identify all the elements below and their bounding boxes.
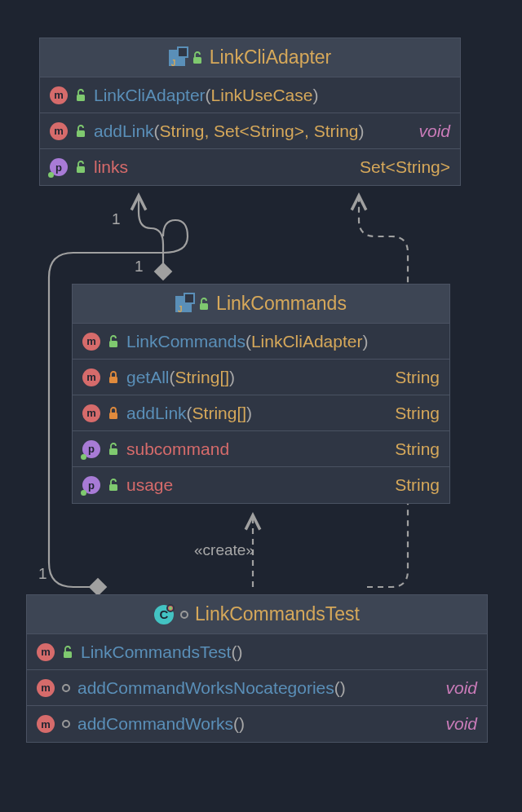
lock-icon bbox=[108, 371, 119, 384]
svg-rect-10 bbox=[64, 651, 72, 658]
lock-icon bbox=[108, 407, 119, 420]
unlock-icon bbox=[62, 646, 73, 659]
multiplicity-label: 1 bbox=[112, 210, 121, 228]
svg-rect-0 bbox=[193, 57, 201, 64]
ring-icon bbox=[62, 684, 70, 692]
method-badge: m bbox=[37, 715, 55, 733]
method-badge: m bbox=[82, 404, 100, 422]
method-badge: m bbox=[37, 643, 55, 661]
member-signature: addCommandWorks() bbox=[77, 714, 245, 734]
return-type: String bbox=[395, 404, 440, 423]
method-badge: m bbox=[50, 122, 68, 140]
member-row: p subcommand String bbox=[73, 431, 449, 467]
property-badge: p bbox=[50, 158, 68, 176]
property-type: String bbox=[395, 439, 440, 459]
svg-rect-7 bbox=[109, 413, 117, 419]
unlock-icon bbox=[75, 89, 86, 102]
class-badge: C bbox=[154, 605, 174, 624]
property-name: usage bbox=[126, 475, 173, 495]
property-badge: p bbox=[82, 476, 100, 494]
java-file-icon bbox=[175, 296, 192, 312]
unlock-icon bbox=[75, 161, 86, 174]
member-row: m getAll(String[]) String bbox=[73, 360, 449, 395]
member-signature: LinkCommands(LinkCliAdapter) bbox=[126, 332, 368, 351]
method-badge: m bbox=[37, 679, 55, 697]
member-row: m LinkCliAdapter(LinkUseCase) bbox=[40, 77, 460, 113]
test-target-icon bbox=[166, 604, 175, 612]
composition-diamond-bottom bbox=[89, 578, 108, 597]
unlock-icon bbox=[75, 125, 86, 138]
member-row: m addCommandWorks() void bbox=[27, 706, 487, 742]
method-badge: m bbox=[82, 368, 100, 386]
svg-rect-4 bbox=[200, 303, 208, 310]
svg-rect-1 bbox=[77, 95, 85, 101]
member-row: m addLink(String[]) String bbox=[73, 395, 449, 431]
class-name: LinkCommandsTest bbox=[195, 603, 360, 625]
multiplicity-label: 1 bbox=[38, 565, 47, 583]
unlock-icon bbox=[108, 335, 119, 348]
class-name: LinkCommands bbox=[216, 293, 347, 315]
return-type: void bbox=[418, 121, 450, 141]
member-row: m addCommandWorksNocategories() void bbox=[27, 670, 487, 706]
svg-rect-5 bbox=[109, 341, 117, 347]
svg-rect-9 bbox=[109, 484, 117, 491]
property-badge: p bbox=[82, 440, 100, 458]
member-signature: getAll(String[]) bbox=[126, 368, 235, 387]
unlock-icon bbox=[108, 479, 119, 492]
class-header: LinkCliAdapter bbox=[40, 38, 460, 77]
unlock-icon bbox=[198, 298, 210, 311]
method-badge: m bbox=[82, 333, 100, 351]
property-name: links bbox=[94, 157, 128, 177]
return-type: void bbox=[445, 714, 477, 734]
class-linkcommandstest: C LinkCommandsTest m LinkCommandsTest() … bbox=[26, 594, 488, 743]
class-linkcommands: LinkCommands m LinkCommands(LinkCliAdapt… bbox=[72, 284, 450, 504]
class-header: C LinkCommandsTest bbox=[27, 595, 487, 634]
member-signature: addCommandWorksNocategories() bbox=[77, 678, 346, 698]
unlock-icon bbox=[108, 443, 119, 456]
java-file-icon bbox=[169, 50, 185, 66]
ring-icon bbox=[180, 611, 188, 619]
property-type: String bbox=[395, 475, 440, 495]
member-signature: addLink(String[]) bbox=[126, 404, 252, 423]
member-signature: addLink(String, Set<String>, String) bbox=[94, 121, 365, 141]
member-row: p links Set<String> bbox=[40, 149, 460, 185]
multiplicity-label: 1 bbox=[135, 258, 144, 276]
property-name: subcommand bbox=[126, 439, 229, 459]
stereotype-label: «create» bbox=[194, 541, 254, 559]
property-type: Set<String> bbox=[360, 157, 450, 177]
class-header: LinkCommands bbox=[73, 285, 449, 324]
member-row: p usage String bbox=[73, 467, 449, 503]
composition-diamond-top bbox=[154, 263, 173, 281]
member-row: m LinkCommandsTest() bbox=[27, 634, 487, 670]
member-row: m addLink(String, Set<String>, String) v… bbox=[40, 113, 460, 149]
member-row: m LinkCommands(LinkCliAdapter) bbox=[73, 324, 449, 360]
svg-rect-8 bbox=[109, 448, 117, 455]
class-linkcliadapter: LinkCliAdapter m LinkCliAdapter(LinkUseC… bbox=[39, 38, 461, 186]
unlock-icon bbox=[192, 51, 203, 64]
member-signature: LinkCommandsTest() bbox=[81, 642, 242, 662]
svg-rect-2 bbox=[77, 130, 85, 137]
return-type: void bbox=[445, 678, 477, 698]
ring-icon bbox=[62, 720, 70, 728]
return-type: String bbox=[395, 368, 440, 387]
svg-rect-6 bbox=[109, 377, 117, 383]
member-signature: LinkCliAdapter(LinkUseCase) bbox=[94, 86, 318, 105]
svg-rect-3 bbox=[77, 166, 85, 173]
method-badge: m bbox=[50, 86, 68, 104]
class-name: LinkCliAdapter bbox=[210, 46, 332, 68]
